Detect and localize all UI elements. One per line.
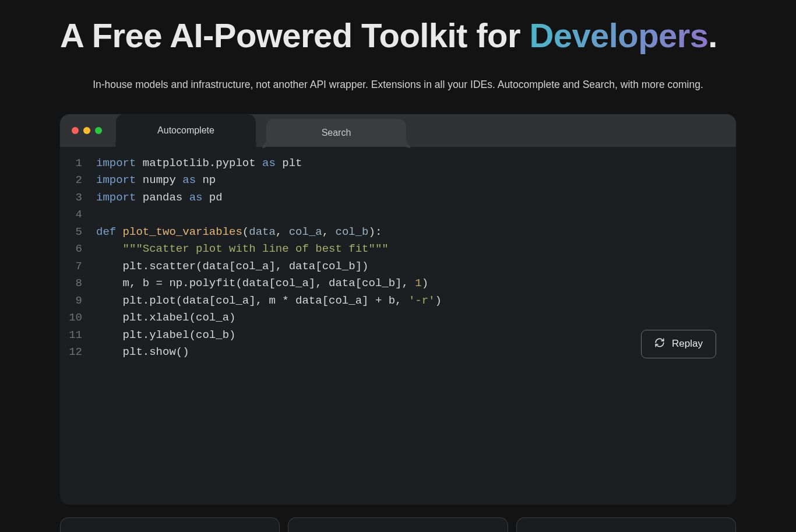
code-line: 5def plot_two_variables(data, col_a, col… [60, 224, 736, 241]
line-number: 11 [60, 327, 94, 344]
line-number: 10 [60, 309, 94, 327]
hero-title-plain: A Free AI-Powered Toolkit for [60, 16, 529, 54]
line-number: 8 [60, 275, 94, 293]
maximize-icon[interactable] [95, 127, 102, 134]
code-content: m, b = np.polyfit(data[col_a], data[col_… [94, 275, 428, 293]
code-line: 10 plt.xlabel(col_a) [60, 309, 736, 327]
code-content: import matplotlib.pyplot as plt [94, 155, 302, 172]
replay-button[interactable]: Replay [641, 330, 716, 358]
code-line: 9 plt.plot(data[col_a], m * data[col_a] … [60, 293, 736, 310]
code-line: 6 """Scatter plot with line of best fit"… [60, 241, 736, 258]
code-content: """Scatter plot with line of best fit""" [94, 241, 389, 258]
editor-window: Autocomplete Search 1import matplotlib.p… [60, 114, 736, 505]
feature-cards-row [60, 517, 736, 532]
code-line: 12 plt.show() [60, 344, 736, 361]
tab-autocomplete[interactable]: Autocomplete [116, 114, 256, 147]
code-line: 2import numpy as np [60, 172, 736, 189]
code-line: 1import matplotlib.pyplot as plt [60, 155, 736, 172]
line-number: 3 [60, 189, 94, 207]
code-content: def plot_two_variables(data, col_a, col_… [94, 224, 382, 241]
code-line: 8 m, b = np.polyfit(data[col_a], data[co… [60, 275, 736, 293]
line-number: 7 [60, 258, 94, 276]
code-line: 7 plt.scatter(data[col_a], data[col_b]) [60, 258, 736, 276]
refresh-icon [654, 337, 665, 351]
line-number: 1 [60, 155, 94, 172]
minimize-icon[interactable] [83, 127, 90, 134]
hero-title-dot: . [708, 16, 717, 54]
code-line: 4 [60, 206, 736, 224]
window-controls [72, 127, 102, 134]
hero-title-accent: Developers [529, 16, 708, 54]
code-content [94, 206, 103, 224]
tab-label: Search [322, 128, 351, 138]
code-content: plt.ylabel(col_b) [94, 327, 235, 344]
line-number: 4 [60, 206, 94, 224]
line-number: 12 [60, 344, 94, 361]
code-content: plt.plot(data[col_a], m * data[col_a] + … [94, 293, 442, 310]
tab-label: Autocomplete [157, 125, 214, 136]
tab-search[interactable]: Search [266, 119, 406, 147]
feature-card[interactable] [60, 517, 280, 532]
hero-subtitle: In-house models and infrastructure, not … [60, 79, 736, 91]
line-number: 9 [60, 293, 94, 310]
line-number: 6 [60, 241, 94, 258]
line-number: 5 [60, 224, 94, 241]
hero-title: A Free AI-Powered Toolkit for Developers… [60, 16, 736, 55]
code-content: import numpy as np [94, 172, 216, 189]
tabbar: Autocomplete Search [60, 114, 736, 147]
close-icon[interactable] [72, 127, 79, 134]
code-content: import pandas as pd [94, 189, 223, 207]
code-editor[interactable]: 1import matplotlib.pyplot as plt2import … [60, 147, 736, 361]
code-content: plt.xlabel(col_a) [94, 309, 235, 327]
code-content: plt.show() [94, 344, 189, 361]
code-line: 3import pandas as pd [60, 189, 736, 207]
replay-label: Replay [672, 338, 703, 350]
feature-card[interactable] [288, 517, 508, 532]
code-content: plt.scatter(data[col_a], data[col_b]) [94, 258, 368, 276]
code-line: 11 plt.ylabel(col_b) [60, 327, 736, 344]
feature-card[interactable] [516, 517, 736, 532]
line-number: 2 [60, 172, 94, 189]
